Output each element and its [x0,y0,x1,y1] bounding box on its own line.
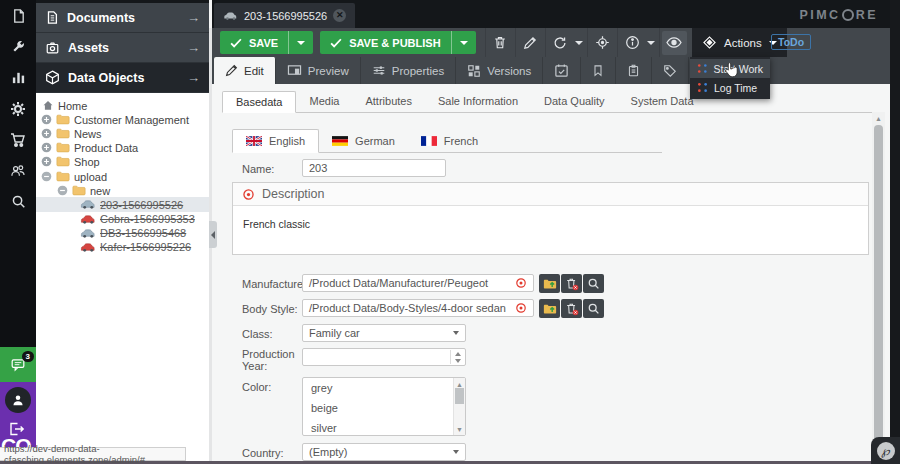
body-style-open-button[interactable] [539,299,560,318]
save-publish-menu-caret[interactable] [451,31,476,54]
user-avatar[interactable] [5,387,31,413]
save-button[interactable]: SAVE [220,31,313,54]
rename-button[interactable] [518,31,543,55]
tab-edit[interactable]: Edit [214,57,276,84]
preview-visibility-button[interactable] [662,31,687,55]
scroll-thumb[interactable] [455,388,464,404]
reports-rail-button[interactable] [0,62,36,93]
customers-rail-button[interactable] [0,155,36,186]
minus-circle-icon[interactable] [41,171,52,182]
save-publish-button[interactable]: SAVE & PUBLISH [320,31,475,54]
corner-widget[interactable]: ℘ [871,437,900,464]
subtab-data-quality[interactable]: Data Quality [531,91,618,112]
tab-properties[interactable]: Properties [361,57,456,84]
tab-notes-events[interactable] [581,57,616,84]
close-icon[interactable]: ✕ [333,9,346,22]
workflow-transition-icon [697,82,708,93]
search-icon [587,277,600,290]
tree-item-kafer[interactable]: Kafer-1566995226 [36,240,209,254]
tree-item-cobra[interactable]: Cobra-1566995353 [36,212,209,226]
scroll-up-icon[interactable]: ▲ [872,112,885,124]
tree-item-new[interactable]: new [36,183,209,197]
class-select[interactable]: Family car [302,324,466,342]
check-icon [330,38,342,48]
plus-circle-icon[interactable] [41,114,52,125]
accordion-data-objects[interactable]: Data Objects → [36,63,209,93]
notifications-button[interactable]: 3 [0,347,36,382]
reload-menu-caret[interactable] [573,41,585,45]
tree-item-news[interactable]: News [36,126,209,140]
spinner-buttons[interactable] [450,350,464,364]
production-year-label: Production Year: [242,348,298,372]
name-input[interactable] [302,159,446,177]
subtab-basedata[interactable]: Basedata [222,91,296,113]
production-year-spinner[interactable] [302,348,466,366]
tree-item-product-data[interactable]: Product Data [36,141,209,155]
accordion-assets[interactable]: Assets → [36,33,209,63]
locate-in-tree-button[interactable] [590,31,615,55]
reload-button[interactable] [548,31,573,55]
tree-item-db3[interactable]: DB3-1566995468 [36,226,209,240]
color-option-beige[interactable]: beige [303,398,465,418]
body-style-search-button[interactable] [583,299,604,318]
tab-versions[interactable]: Versions [456,57,543,84]
country-select[interactable]: (Empty) [302,443,466,461]
plus-circle-icon[interactable] [41,156,52,167]
search-rail-button[interactable] [0,186,36,217]
manufacturer-remove-button[interactable] [561,274,582,293]
manufacturer-open-button[interactable] [539,274,560,293]
tools-rail-button[interactable] [0,31,36,62]
info-menu-caret[interactable] [645,41,657,45]
german-flag-icon [332,136,348,146]
tree-item-home[interactable]: Home [36,98,209,112]
plus-circle-icon[interactable] [41,142,52,153]
tab-reports[interactable] [616,57,652,84]
accordion-label: Documents [67,11,135,25]
mouse-cursor [725,62,738,78]
scroll-thumb[interactable] [874,125,883,455]
menu-item-log-time[interactable]: Log Time [690,78,770,97]
subtab-media[interactable]: Media [296,91,352,112]
color-option-grey[interactable]: grey [303,378,465,398]
color-multiselect[interactable]: grey beige silver ▲ ▼ [302,377,466,436]
manufacturer-search-button[interactable] [583,274,604,293]
description-text[interactable]: French classic [233,206,868,242]
lang-tab-english[interactable]: English [232,129,319,153]
car-icon [80,199,96,209]
tab-tags[interactable] [652,57,689,84]
trash-icon [493,35,507,50]
documents-rail-button[interactable] [0,0,36,31]
tree-item-203[interactable]: 203-1566995526 [36,197,209,211]
description-panel-header: Description [233,183,868,206]
open-object-tab[interactable]: 203-1566995526 ✕ [214,3,355,28]
accordion-documents[interactable]: Documents → [36,3,209,33]
save-menu-caret[interactable] [288,31,313,54]
tree-item-upload[interactable]: upload [36,169,209,183]
delete-button[interactable] [488,31,513,55]
info-button[interactable] [620,31,645,55]
body-style-remove-button[interactable] [561,299,582,318]
accordion-label: Data Objects [68,71,144,85]
scroll-down-icon[interactable]: ▼ [454,423,465,435]
subtab-sale-information[interactable]: Sale Information [425,91,531,112]
manufacturer-input[interactable]: /Product Data/Manufacturer/Peugeot [302,274,534,292]
minus-circle-icon[interactable] [57,185,68,196]
tab-scheduled-tasks[interactable] [543,57,581,84]
reload-icon [553,36,567,50]
color-option-silver[interactable]: silver [303,418,465,438]
subtab-attributes[interactable]: Attributes [352,91,424,112]
tree-item-customer-management[interactable]: Customer Management [36,112,209,126]
ecommerce-rail-button[interactable] [0,124,36,155]
toolbar-divider [617,28,618,57]
tree-item-shop[interactable]: Shop [36,155,209,169]
arrow-right-icon: → [187,70,200,85]
color-list-scrollbar[interactable]: ▲ ▼ [453,378,465,435]
sidebar-collapse-handle[interactable] [209,221,217,248]
body-style-input[interactable]: /Product Data/Body-Styles/4-door sedan [302,299,534,317]
settings-rail-button[interactable] [0,93,36,124]
plus-circle-icon[interactable] [41,128,52,139]
lang-tab-french[interactable]: French [408,129,491,152]
vertical-scrollbar[interactable]: ▲ [872,112,885,461]
lang-tab-german[interactable]: German [319,129,408,152]
tab-preview[interactable]: Preview [276,57,361,84]
